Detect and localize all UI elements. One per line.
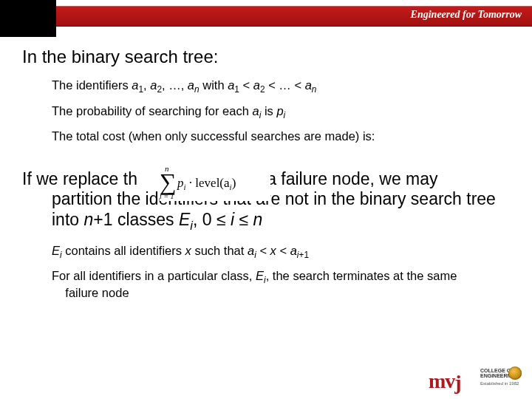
header-bar: Engineered for Tomorrow	[0, 6, 532, 27]
sigma-icon: ∑	[160, 170, 177, 194]
bullet-item: The identifiers a1, a2, …, an with a1 < …	[52, 78, 510, 95]
bullet-item: The total cost (when only successful sea…	[52, 129, 510, 144]
footer-logo: mvj COLLEGE OF ENGINEERING Established i…	[429, 365, 523, 393]
header-black-box	[0, 0, 56, 37]
formula-close: )	[232, 176, 236, 190]
header-tagline: Engineered for Tomorrow	[411, 9, 522, 21]
seal-icon	[508, 366, 522, 380]
bullet-item: For all identifiers in a particular clas…	[52, 269, 510, 300]
formula-level: level(a	[195, 176, 229, 190]
bullet-item: The probability of searching for each ai…	[52, 104, 510, 121]
formula-dot: ·	[186, 176, 196, 190]
cost-formula: n ∑ i = 1 pi · level(ai)	[160, 168, 270, 201]
brand-text: mvj	[429, 369, 461, 393]
formula-p: p	[177, 176, 184, 190]
heading-1: In the binary search tree:	[22, 46, 510, 68]
bullet-item: Ei contains all identifiers x such that …	[52, 244, 510, 261]
established-text: Established in 1982	[480, 381, 519, 386]
sum-lower: i = 1	[160, 192, 174, 200]
formula-body: pi · level(ai)	[177, 176, 236, 191]
